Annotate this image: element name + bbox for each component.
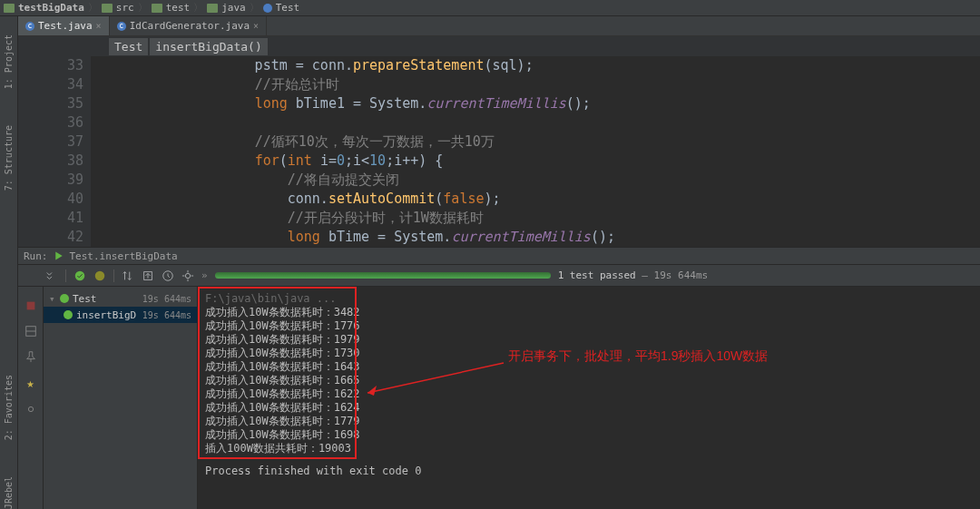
tree-time: 19s 644ms (142, 294, 191, 304)
tool-project[interactable]: 1: Project (4, 34, 14, 89)
context-class[interactable]: Test (109, 38, 148, 55)
console-line: 成功插入10W条数据耗时：1779 (205, 415, 973, 428)
breadcrumb-item[interactable]: src (116, 2, 134, 14)
console-line: 成功插入10W条数据耗时：1624 (205, 401, 973, 415)
breadcrumb-item[interactable]: Test (276, 2, 300, 14)
breadcrumb-item[interactable]: test (166, 2, 191, 14)
breadcrumb-sep: 〉 (193, 1, 203, 15)
breadcrumb-sep: 〉 (250, 1, 260, 15)
run-panel-header[interactable]: Run: Test.insertBigData (18, 247, 980, 265)
more-icon[interactable]: » (201, 269, 208, 281)
tree-label: Test (73, 293, 97, 305)
module-icon (4, 4, 15, 13)
tab-idcardgenerator-java[interactable]: c IdCardGenerator.java × (110, 16, 267, 35)
test-tree[interactable]: ▾ Test 19s 644ms insertBigD 19s 644ms (44, 287, 198, 509)
folder-icon (207, 4, 218, 13)
console-line: 成功插入10W条数据耗时：1665 (205, 374, 973, 387)
annotation-text: 开启事务下，批处理，平均1.9秒插入10W数据 (508, 348, 768, 365)
show-ignored-icon[interactable] (93, 269, 106, 282)
pin-icon[interactable] (24, 350, 37, 363)
tab-label: IdCardGenerator.java (130, 20, 250, 32)
run-panel-body: ★ ▾ Test 19s 644ms insertBigD 19s 644ms … (18, 287, 980, 509)
tool-structure[interactable]: 7: Structure (4, 125, 14, 191)
tab-label: Test.java (38, 20, 93, 32)
svg-marker-0 (55, 252, 63, 260)
tree-node-insertbigdata[interactable]: insertBigD 19s 644ms (44, 307, 197, 323)
svg-point-3 (95, 270, 105, 280)
settings-icon[interactable] (24, 403, 37, 416)
chevron-down-icon[interactable]: ▾ (49, 293, 56, 305)
breadcrumb-sep: 〉 (88, 1, 98, 15)
svg-point-2 (75, 270, 85, 280)
sort-icon[interactable] (122, 269, 134, 282)
line-gutter: 33343536373839404142 (18, 56, 91, 247)
context-method[interactable]: insertBigData() (150, 38, 267, 55)
breadcrumb-method-bar: Test insertBigData() (18, 36, 980, 56)
console-line: 成功插入10W条数据耗时：1622 (205, 387, 973, 401)
tab-test-java[interactable]: c Test.java × (18, 16, 110, 35)
test-toolbar: » 1 test passed – 19s 644ms (18, 265, 980, 287)
console-header: F:\java\bin\java ... (205, 292, 973, 306)
console-output[interactable]: F:\java\bin\java ... 成功插入10W条数据耗时：3482成功… (198, 287, 980, 509)
show-passed-icon[interactable] (74, 269, 86, 282)
tree-label: insertBigD (76, 309, 136, 321)
java-class-icon: c (117, 22, 126, 31)
class-icon (263, 4, 272, 13)
svg-point-6 (185, 273, 190, 278)
console-line: 插入100W数据共耗时：19003 (205, 442, 973, 455)
close-icon[interactable]: × (253, 21, 259, 31)
code-area[interactable]: pstm = conn.prepareStatement(sql); //开始总… (91, 56, 980, 247)
separator (65, 269, 66, 282)
stop-icon[interactable] (24, 299, 37, 312)
breadcrumb-item[interactable]: testBigData (18, 2, 84, 14)
history-icon[interactable] (162, 269, 174, 282)
code-editor[interactable]: 33343536373839404142 pstm = conn.prepare… (18, 56, 980, 247)
console-line: 成功插入10W条数据耗时：1698 (205, 428, 973, 442)
folder-icon (152, 4, 162, 13)
console-line: 成功插入10W条数据耗时：1979 (205, 333, 973, 347)
separator (113, 269, 114, 282)
status-ok-icon (64, 310, 73, 319)
folder-icon (102, 4, 113, 13)
tree-node-test[interactable]: ▾ Test 19s 644ms (44, 290, 197, 307)
console-footer: Process finished with exit code 0 (205, 465, 973, 478)
gear-icon[interactable] (181, 269, 194, 282)
run-side-toolbar: ★ (18, 287, 44, 509)
java-class-icon: c (25, 22, 34, 31)
left-toolstrip: 1: Project 7: Structure 2: Favorites JRe… (0, 16, 18, 509)
file-tabs: c Test.java × c IdCardGenerator.java × (18, 16, 980, 36)
test-progress-bar (215, 272, 551, 279)
run-label: Run: (24, 250, 48, 262)
play-icon (54, 250, 64, 261)
breadcrumb-item[interactable]: java (221, 2, 246, 14)
tool-jrebel[interactable]: JRebel (4, 476, 14, 509)
close-icon[interactable]: × (96, 21, 102, 31)
console-line: 成功插入10W条数据耗时：3482 (205, 306, 973, 319)
favorite-icon[interactable]: ★ (26, 376, 34, 390)
tree-time: 19s 644ms (142, 310, 191, 320)
test-status: 1 test passed – 19s 644ms (558, 269, 709, 281)
breadcrumb-sep: 〉 (138, 1, 148, 15)
breadcrumb: testBigData 〉 src 〉 test 〉 java 〉 Test (0, 0, 980, 16)
console-lines: 成功插入10W条数据耗时：3482成功插入10W条数据耗时：1776成功插入10… (205, 306, 973, 455)
console-line: 成功插入10W条数据耗时：1776 (205, 319, 973, 333)
expand-all-icon[interactable] (45, 269, 58, 282)
tool-favorites[interactable]: 2: Favorites (4, 375, 14, 440)
export-icon[interactable] (142, 269, 154, 282)
svg-point-10 (28, 406, 33, 411)
run-config-name: Test.insertBigData (70, 250, 178, 262)
svg-rect-7 (26, 302, 34, 310)
layout-icon[interactable] (24, 325, 37, 338)
status-ok-icon (60, 294, 69, 303)
